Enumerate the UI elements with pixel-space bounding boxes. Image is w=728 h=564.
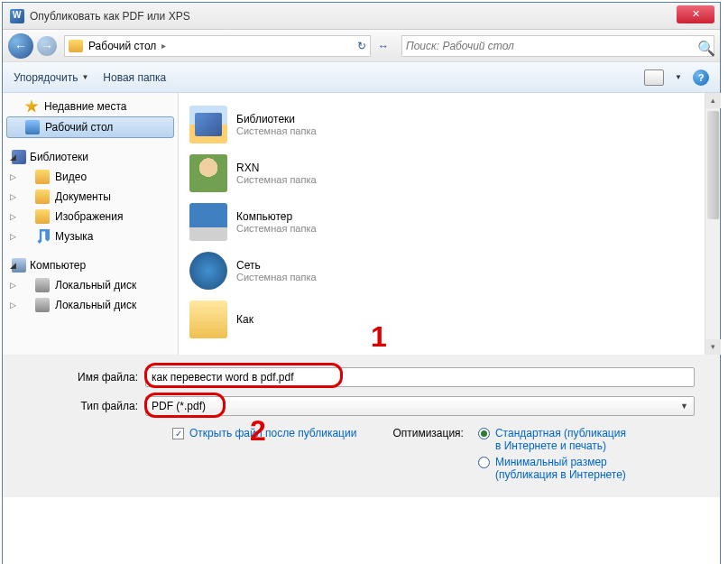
- sidebar-item-disk1[interactable]: ▷Локальный диск: [3, 275, 178, 295]
- filetype-combo[interactable]: PDF (*.pdf) ▼: [145, 396, 695, 416]
- organize-button[interactable]: Упорядочить▼: [14, 71, 88, 84]
- back-button[interactable]: ←: [8, 33, 33, 59]
- radio-icon: [478, 457, 490, 468]
- sidebar-item-documents[interactable]: ▷Документы: [3, 187, 178, 207]
- breadcrumb-location: Рабочий стол: [88, 40, 156, 52]
- annotation-marker-1: 1: [371, 320, 387, 354]
- chevron-down-icon[interactable]: ▼: [675, 73, 682, 81]
- triangle-right-icon: ▷: [10, 232, 16, 241]
- annotation-marker-2: 2: [250, 414, 266, 448]
- close-button[interactable]: ✕: [677, 5, 714, 23]
- triangle-down-icon: ◢: [10, 153, 16, 162]
- folder-icon: [35, 209, 50, 224]
- sidebar-item-recent[interactable]: Недавние места: [3, 97, 178, 116]
- help-button[interactable]: ?: [693, 69, 709, 86]
- sidebar-group-libraries[interactable]: ◢Библиотеки: [3, 147, 178, 167]
- disk-icon: [35, 278, 50, 292]
- breadcrumb[interactable]: Рабочий стол ▸ ↻: [64, 35, 371, 57]
- library-icon: [189, 106, 227, 143]
- triangle-right-icon: ▷: [10, 300, 16, 310]
- refresh-split-icon[interactable]: ↔: [378, 40, 389, 52]
- computer-icon: [189, 203, 227, 241]
- refresh-icon[interactable]: ↻: [357, 40, 366, 52]
- search-box[interactable]: 🔍: [401, 35, 714, 57]
- filetype-label: Тип файла:: [28, 400, 145, 412]
- folder-icon: [189, 300, 227, 338]
- triangle-right-icon: ▷: [10, 192, 16, 201]
- titlebar: Опубликовать как PDF или XPS ✕: [3, 3, 720, 30]
- arrow-left-icon: ←: [14, 39, 27, 53]
- window-title: Опубликовать как PDF или XPS: [30, 10, 190, 23]
- view-button[interactable]: [644, 69, 664, 86]
- filename-input[interactable]: [145, 367, 695, 387]
- open-after-label: Открыть файл после публикации: [189, 427, 356, 439]
- sidebar-group-computer[interactable]: ◢Компьютер: [3, 255, 178, 275]
- triangle-right-icon: ▷: [10, 212, 16, 221]
- radio-minimal[interactable]: Минимальный размер (публикация в Интерне…: [478, 456, 631, 481]
- file-list: БиблиотекиСистемная папка RXNСистемная п…: [179, 93, 705, 355]
- list-item[interactable]: Как: [186, 295, 697, 344]
- disk-icon: [35, 298, 50, 312]
- sidebar-item-disk2[interactable]: ▷Локальный диск: [3, 295, 178, 315]
- forward-button[interactable]: →: [37, 36, 57, 56]
- list-item[interactable]: КомпьютерСистемная папка: [186, 198, 697, 246]
- chevron-right-icon: ▸: [161, 41, 166, 51]
- list-item[interactable]: RXNСистемная папка: [186, 149, 697, 198]
- triangle-right-icon: ▷: [10, 281, 16, 290]
- scroll-thumb[interactable]: [707, 111, 719, 219]
- folder-icon: [35, 190, 50, 204]
- star-icon: [24, 99, 39, 114]
- triangle-right-icon: ▷: [10, 172, 16, 181]
- user-folder-icon: [189, 154, 227, 192]
- search-icon: 🔍: [697, 40, 710, 52]
- new-folder-button[interactable]: Новая папка: [103, 71, 166, 84]
- network-icon: [189, 252, 227, 290]
- navbar: ← → Рабочий стол ▸ ↻ ↔ 🔍: [3, 30, 720, 62]
- list-item[interactable]: БиблиотекиСистемная папка: [186, 100, 697, 149]
- sidebar-item-desktop[interactable]: Рабочий стол: [6, 116, 174, 138]
- folder-icon: [69, 40, 83, 52]
- search-input[interactable]: [406, 40, 697, 52]
- scroll-up-icon[interactable]: ▴: [705, 93, 721, 108]
- filetype-value: PDF (*.pdf): [152, 400, 206, 412]
- radio-icon: [478, 428, 490, 439]
- folder-icon: [35, 170, 50, 184]
- toolbar: Упорядочить▼ Новая папка ▼ ?: [3, 62, 720, 93]
- chevron-down-icon: ▼: [81, 73, 88, 81]
- scrollbar[interactable]: ▴ ▾: [705, 93, 720, 355]
- bottom-panel: 1 2 Имя файла: Тип файла: PDF (*.pdf) ▼ …: [3, 355, 720, 497]
- filename-label: Имя файла:: [28, 371, 145, 384]
- sidebar-item-images[interactable]: ▷Изображения: [3, 207, 178, 227]
- music-icon: [35, 229, 50, 244]
- sidebar-item-music[interactable]: ▷Музыка: [3, 227, 178, 246]
- chevron-down-icon: ▼: [680, 402, 688, 411]
- scroll-down-icon[interactable]: ▾: [705, 339, 721, 355]
- arrow-right-icon: →: [41, 39, 53, 53]
- sidebar-item-video[interactable]: ▷Видео: [3, 167, 178, 187]
- list-item[interactable]: СетьСистемная папка: [186, 246, 697, 295]
- triangle-down-icon: ◢: [10, 261, 16, 270]
- optimize-label: Оптимизация:: [392, 427, 464, 485]
- sidebar: Недавние места Рабочий стол ◢Библиотеки …: [3, 93, 179, 355]
- radio-standard[interactable]: Стандартная (публикация в Интернете и пе…: [478, 427, 631, 452]
- checkbox-icon: ✓: [172, 428, 184, 439]
- monitor-icon: [25, 120, 40, 134]
- app-icon: [10, 9, 24, 23]
